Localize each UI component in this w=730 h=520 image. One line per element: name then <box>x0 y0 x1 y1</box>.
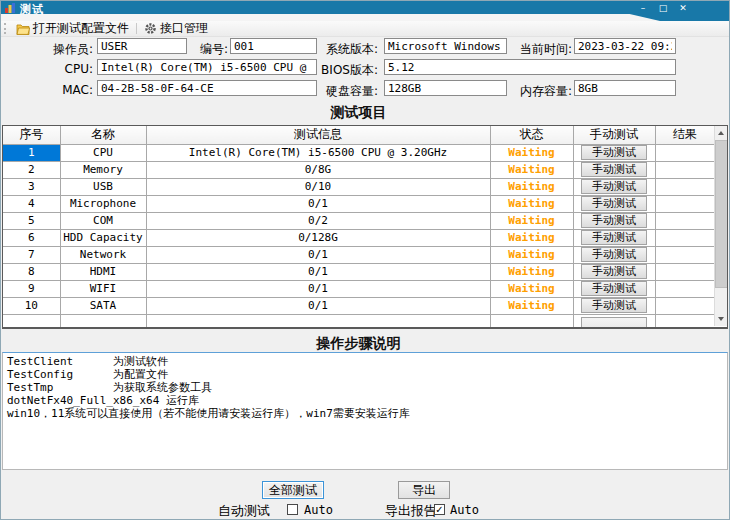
export-report-checkbox-label: Auto <box>450 503 479 517</box>
interface-management-label: 接口管理 <box>160 20 208 37</box>
manual-test-button[interactable]: 手动测试 <box>581 196 647 211</box>
col-header-status: 状态 <box>490 126 573 144</box>
row-no-cell[interactable]: 10 <box>3 297 60 314</box>
manual-test-button[interactable]: 手动测试 <box>581 264 647 279</box>
table-row[interactable]: 4 Microphone 0/1 Waiting 手动测试 <box>3 195 714 212</box>
table-row[interactable]: 9 WIFI 0/1 Waiting 手动测试 <box>3 280 714 297</box>
table-row[interactable]: 7 Network 0/1 Waiting 手动测试 <box>3 246 714 263</box>
row-name-cell: HDD Capacity <box>60 229 146 246</box>
export-button[interactable]: 导出 <box>398 481 450 499</box>
row-info-cell: 0/1 <box>146 195 490 212</box>
row-status-cell: Waiting <box>490 246 573 263</box>
manual-test-button[interactable]: 手动测试 <box>581 145 647 160</box>
table-row[interactable]: 8 HDMI 0/1 Waiting 手动测试 <box>3 263 714 280</box>
scrollbar-down-button[interactable] <box>715 312 728 326</box>
toolbar-grip <box>4 23 8 34</box>
row-status-cell: Waiting <box>490 178 573 195</box>
row-no-cell[interactable]: 3 <box>3 178 60 195</box>
auto-test-checkbox[interactable] <box>287 504 298 515</box>
table-scrollbar[interactable] <box>714 126 727 326</box>
row-status-cell: Waiting <box>490 280 573 297</box>
cpu-input[interactable] <box>97 59 317 75</box>
row-status-cell: Waiting <box>490 297 573 314</box>
manual-test-button[interactable]: 手动测试 <box>581 213 647 228</box>
table-row[interactable]: 6 HDD Capacity 0/128G Waiting 手动测试 <box>3 229 714 246</box>
test-all-button[interactable]: 全部测试 <box>262 481 324 499</box>
table-row[interactable]: 2 Memory 0/8G Waiting 手动测试 <box>3 161 714 178</box>
row-result-cell <box>655 212 714 229</box>
row-no-cell[interactable]: 7 <box>3 246 60 263</box>
id-input[interactable] <box>230 38 317 54</box>
scrollbar-thumb[interactable] <box>715 140 728 288</box>
close-button[interactable]: ✕ <box>676 2 690 14</box>
row-result-cell <box>655 229 714 246</box>
open-config-button[interactable]: 打开测试配置文件 <box>11 21 134 36</box>
open-config-label: 打开测试配置文件 <box>33 20 129 37</box>
manual-test-button[interactable] <box>581 317 647 329</box>
table-row[interactable]: 5 COM 0/2 Waiting 手动测试 <box>3 212 714 229</box>
row-info-cell: 0/1 <box>146 280 490 297</box>
scrollbar-up-button[interactable] <box>715 126 728 140</box>
col-header-manual: 手动测试 <box>573 126 655 144</box>
minimize-button[interactable]: – <box>636 2 650 14</box>
table-row[interactable]: 3 USB 0/10 Waiting 手动测试 <box>3 178 714 195</box>
manual-test-button[interactable]: 手动测试 <box>581 179 647 194</box>
row-no-cell[interactable]: 9 <box>3 280 60 297</box>
row-name-cell: Microphone <box>60 195 146 212</box>
toolbar: 打开测试配置文件 接口管理 <box>1 21 729 37</box>
mac-input[interactable] <box>97 80 317 96</box>
row-manual-cell: 手动测试 <box>573 246 655 263</box>
steps-section-title: 操作步骤说明 <box>2 335 715 353</box>
os-label: 系统版本: <box>315 41 378 58</box>
row-result-cell <box>655 263 714 280</box>
manual-test-button[interactable]: 手动测试 <box>581 247 647 262</box>
row-status-cell: Waiting <box>490 229 573 246</box>
bios-input[interactable] <box>384 59 676 75</box>
manual-test-button[interactable]: 手动测试 <box>581 162 647 177</box>
time-input[interactable] <box>574 38 676 54</box>
export-report-checkbox[interactable]: ✓ <box>434 504 445 515</box>
table-row[interactable]: 10 SATA 0/1 Waiting 手动测试 <box>3 297 714 314</box>
row-name-cell: HDMI <box>60 263 146 280</box>
manual-test-button[interactable]: 手动测试 <box>581 281 647 296</box>
operator-input[interactable] <box>97 38 187 54</box>
row-result-cell <box>655 161 714 178</box>
test-table-body: 1 CPU Intel(R) Core(TM) i5-6500 CPU @ 3.… <box>3 144 714 314</box>
row-no-cell[interactable]: 5 <box>3 212 60 229</box>
row-no-cell[interactable]: 2 <box>3 161 60 178</box>
os-input[interactable] <box>384 38 507 54</box>
bios-label: BIOS版本: <box>315 62 378 79</box>
ram-input[interactable] <box>574 80 676 96</box>
gear-icon <box>144 22 157 35</box>
row-info-cell: 0/1 <box>146 263 490 280</box>
row-no-cell[interactable]: 4 <box>3 195 60 212</box>
row-no-cell[interactable]: 6 <box>3 229 60 246</box>
steps-textarea[interactable]: TestClient 为测试软件 TestConfig 为配置文件 TestTm… <box>2 352 728 470</box>
id-label: 编号: <box>198 41 228 58</box>
arrow-down-icon <box>718 317 724 321</box>
row-no-cell[interactable]: 8 <box>3 263 60 280</box>
table-row[interactable]: 1 CPU Intel(R) Core(TM) i5-6500 CPU @ 3.… <box>3 144 714 161</box>
manual-test-button[interactable]: 手动测试 <box>581 298 647 313</box>
hdd-input[interactable] <box>384 80 507 96</box>
maximize-button[interactable]: □ <box>656 2 670 14</box>
table-header-row: 序号 名称 测试信息 状态 手动测试 结果 <box>3 126 714 144</box>
row-no-cell[interactable]: 1 <box>3 144 60 161</box>
open-folder-icon <box>16 23 30 35</box>
row-name-cell: USB <box>60 178 146 195</box>
row-manual-cell: 手动测试 <box>573 280 655 297</box>
row-manual-cell: 手动测试 <box>573 195 655 212</box>
row-result-cell <box>655 195 714 212</box>
row-info-cell: Intel(R) Core(TM) i5-6500 CPU @ 3.20GHz <box>146 144 490 161</box>
row-info-cell: 0/1 <box>146 246 490 263</box>
manual-test-button[interactable]: 手动测试 <box>581 230 647 245</box>
row-manual-cell: 手动测试 <box>573 161 655 178</box>
export-report-label: 导出报告 <box>385 502 437 520</box>
row-manual-cell: 手动测试 <box>573 144 655 161</box>
row-result-cell <box>655 246 714 263</box>
interface-management-button[interactable]: 接口管理 <box>139 21 213 36</box>
auto-test-label: 自动测试 <box>218 502 270 520</box>
row-name-cell: SATA <box>60 297 146 314</box>
row-name-cell: CPU <box>60 144 146 161</box>
row-status-cell: Waiting <box>490 144 573 161</box>
